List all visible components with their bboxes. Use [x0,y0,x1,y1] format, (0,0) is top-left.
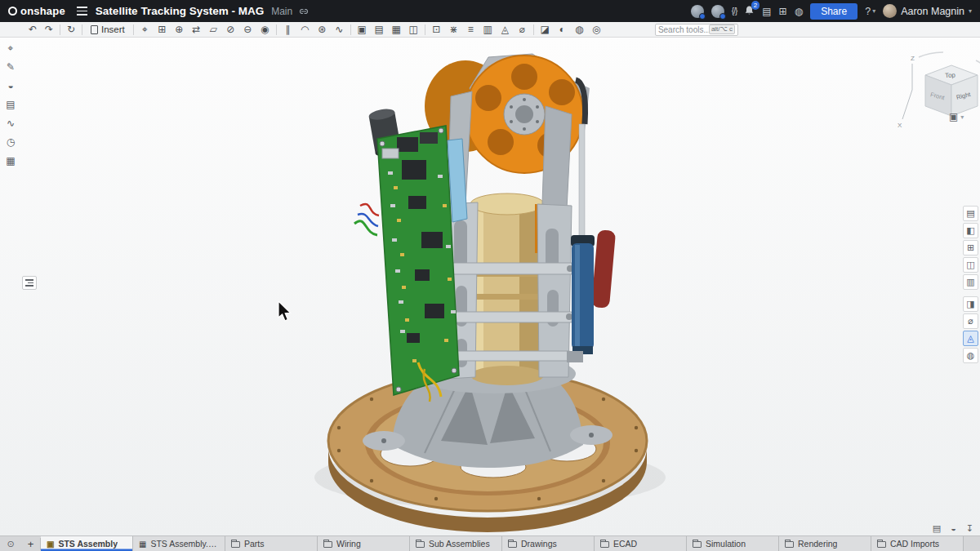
insert-button[interactable]: Insert [85,24,131,34]
main-menu-icon[interactable] [77,7,87,15]
search-tools-input[interactable] [658,25,709,34]
view-mode-cube-icon: ▣ [949,111,958,122]
view-settings-button[interactable]: ▣ ▾ [949,111,964,122]
pin-slot-mate-icon[interactable]: ⊖ [239,23,256,37]
redo-button[interactable]: ↷ [41,23,57,37]
document-title: Satellite Tracking System - MAG [96,5,264,17]
3d-viewport[interactable] [0,38,980,535]
document-tab[interactable]: Simulation [687,536,779,551]
document-tab[interactable]: Wiring [318,536,410,551]
mates-panel-icon[interactable]: ▥ [963,274,978,290]
add-tab-button[interactable]: + [21,538,41,550]
named-views-panel-icon[interactable]: ⊞ [963,240,978,256]
assembly-model[interactable] [0,38,980,535]
versions-history-icon[interactable]: ▤ [762,7,771,16]
gear-relation-icon[interactable]: ⊛ [314,23,331,37]
screw-relation-icon[interactable]: ∿ [331,23,348,37]
document-tab[interactable]: Drawings [502,536,595,551]
collaborator-status-dot [719,13,726,20]
collaborator-avatar[interactable] [691,5,704,18]
chevron-down-icon: ▾ [872,7,875,15]
document-tab[interactable]: CAD Imports [871,536,964,551]
keyboard-shortcut-chip: alt/⌥ c [709,24,735,34]
document-panel-rail: ≡ ⌖ ✎ ◒ ▤ ∿ ◷ ▦ [0,24,21,167]
comments-icon[interactable]: ◒ [4,80,17,91]
minimize-icon[interactable]: ↧ [966,523,973,534]
collaborator-avatar[interactable] [711,5,724,18]
cylindrical-mate-icon[interactable]: ⊘ [222,23,239,37]
panel-rail: ▤ ◧ ⊞ ◫ ▥ ◨ ⌀ ◬ ◍ [963,206,978,363]
folder-icon [600,541,609,548]
feedback-icon[interactable]: ◒ [951,523,956,534]
section-view-icon[interactable]: ◪ [537,23,554,37]
document-tab[interactable]: ECAD [595,536,687,551]
bom-panel-icon[interactable]: ▤ [963,206,978,221]
ball-mate-icon[interactable]: ◉ [256,23,274,37]
measure-icon[interactable]: ⌀ [514,23,531,37]
folder-icon [323,541,332,548]
hidden-tabs-icon[interactable]: ⊙ [0,539,21,549]
folder-icon [693,541,702,548]
tables-icon[interactable]: ▦ [4,155,17,167]
appearance-panel-icon[interactable]: ◍ [963,348,978,363]
configurations-panel-icon[interactable]: ◧ [963,223,978,238]
circular-pattern-icon[interactable]: ▦ [388,23,405,37]
share-link-icon[interactable] [298,7,310,16]
user-account-menu[interactable]: Aaron Magnin ▾ [883,4,972,18]
connections-icon[interactable]: ∿ [4,118,17,129]
exploded-view-icon[interactable]: ⋇ [445,23,462,37]
slider-mate-icon[interactable]: ⇄ [188,23,205,37]
assembly-toolbar: ↶ ↷ ↻ Insert ⌖ ⊞ ⊕ ⇄ ▱ ⊘ ⊖ [0,22,980,38]
simulation-panel-icon[interactable]: ◬ [963,331,978,346]
sync-icon[interactable]: ↻ [63,23,79,37]
document-tab[interactable]: STS Assembly [41,536,133,551]
bom-icon[interactable]: ▥ [479,23,497,37]
linear-pattern-icon[interactable]: ▤ [371,23,388,37]
search-tools-box[interactable]: alt/⌥ c [655,24,738,36]
share-button[interactable]: Share [810,3,858,20]
fastened-mate-icon[interactable]: ⊞ [154,23,171,37]
properties-panel-icon[interactable]: ◨ [963,296,978,312]
document-tabs: STS Assembly STS Assembly.x_t Parts Wiri… [41,536,980,551]
interference-icon[interactable]: ◬ [497,23,514,37]
learning-center-icon[interactable]: ◍ [795,7,803,16]
display-states-panel-icon[interactable]: ◫ [963,257,978,273]
document-tab[interactable]: Sub Assemblies [410,536,502,551]
follow-mode-icon[interactable]: ⌖ [4,42,17,54]
notification-count-badge: 2 [751,1,760,10]
document-tab[interactable]: STS Assembly.x_t [133,536,225,551]
revolute-mate-icon[interactable]: ⊕ [171,23,188,37]
onshape-logo-text: onshape [20,5,65,17]
measure-panel-icon[interactable]: ⌀ [963,313,978,329]
document-tab[interactable]: Rendering [779,536,871,551]
folder-icon [231,541,240,548]
edit-icon[interactable]: ✎ [4,61,17,73]
mirror-icon[interactable]: ◫ [405,23,422,37]
onshape-app: onshape Satellite Tracking System - MAG … [0,0,980,551]
assembly-instances-toggle[interactable] [22,276,37,290]
named-positions-icon[interactable]: ≡ [462,23,479,37]
group-icon[interactable]: ▣ [354,23,371,37]
view-cube[interactable]: Z X Top Front Right [894,49,980,134]
hide-show-icon[interactable]: ◍ [571,23,588,37]
version-label[interactable]: Main [271,6,292,17]
notifications-bell-icon[interactable]: 2 [744,5,755,17]
help-menu[interactable]: ? ▾ [865,6,875,17]
onshape-logo[interactable]: onshape [8,5,65,17]
history-icon[interactable]: ◷ [4,136,17,148]
parallel-relation-icon[interactable]: ∥ [279,23,296,37]
assembly-tab-icon [47,539,54,549]
toolbar-separator [133,24,134,35]
mate-connector-icon[interactable]: ⌖ [136,23,154,37]
appearance-icon[interactable]: ◐ [554,23,571,37]
app-store-icon[interactable]: ⊞ [779,7,787,16]
document-tab[interactable]: Parts [225,536,318,551]
api-icon[interactable]: {/} [732,7,737,16]
isolate-icon[interactable]: ◎ [588,23,605,37]
snapshot-icon[interactable]: ⊡ [428,23,445,37]
planar-mate-icon[interactable]: ▱ [205,23,222,37]
properties-icon[interactable]: ▤ [4,99,17,110]
print-icon[interactable]: ▤ [933,523,941,534]
tangent-relation-icon[interactable]: ◠ [296,23,314,37]
undo-button[interactable]: ↶ [24,23,41,37]
